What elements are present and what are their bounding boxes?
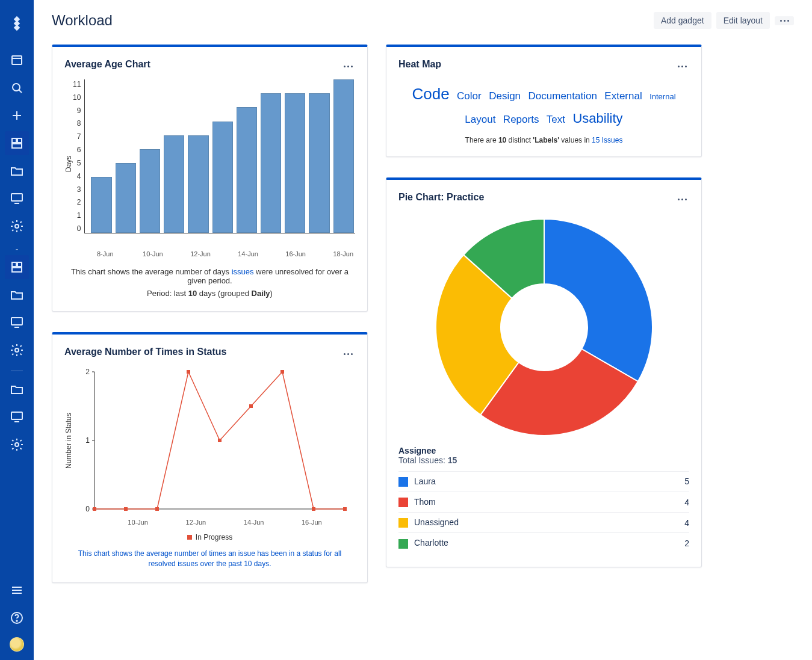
chart-caption: This chart shows the average number of d… (64, 267, 355, 285)
svg-rect-18 (11, 318, 22, 325)
folder-icon[interactable] (5, 159, 29, 183)
gadget-title: Average Number of Times in Status (64, 347, 226, 357)
heatmap-tag[interactable]: Color (457, 90, 482, 102)
bar (91, 177, 111, 233)
dashboard-icon[interactable] (5, 131, 29, 155)
add-gadget-button[interactable]: Add gadget (654, 12, 711, 29)
page-more-button[interactable] (775, 16, 794, 25)
bar (140, 149, 160, 233)
sidebar-separator (11, 371, 23, 371)
bar (188, 135, 208, 233)
assignee-count: 4 (668, 492, 689, 512)
y-axis-label: Number in Status (64, 366, 73, 516)
menu-icon[interactable] (5, 578, 29, 602)
edit-layout-button[interactable]: Edit layout (716, 12, 770, 29)
folder-icon-2[interactable] (5, 283, 29, 307)
settings-icon-2[interactable] (5, 338, 29, 362)
assignee-table: Laura5Thom4Unassigned4Charlotte2 (398, 471, 689, 554)
monitor-icon-2[interactable] (5, 310, 29, 335)
gadget-menu-button[interactable] (675, 190, 689, 205)
legend-label: In Progress (196, 533, 232, 541)
collapse-indicator: - (16, 244, 19, 250)
global-sidebar: - (0, 0, 34, 660)
svg-rect-11 (12, 144, 22, 148)
svg-text:2: 2 (85, 368, 90, 376)
legend-swatch (187, 535, 192, 540)
dashboard-icon-2[interactable] (5, 255, 29, 279)
page-header: Workload Add gadget Edit layout (52, 12, 794, 29)
svg-text:0: 0 (85, 505, 90, 513)
svg-rect-9 (12, 138, 16, 143)
assignee-row[interactable]: Unassigned4 (398, 513, 689, 533)
heatmap-tag[interactable]: Internal (649, 92, 675, 101)
gadget-title: Heat Map (398, 59, 441, 70)
chart-legend: In Progress (64, 533, 355, 541)
heatmap-tag[interactable]: Reports (503, 114, 539, 125)
svg-rect-41 (218, 439, 222, 442)
heatmap-tag[interactable]: Design (489, 90, 521, 102)
heatmap-tag[interactable]: External (604, 90, 642, 102)
bar (285, 93, 305, 233)
svg-rect-3 (12, 56, 22, 64)
gadget-average-age: Average Age Chart Days 11109876543210 8-… (52, 45, 368, 312)
heatmap-tag[interactable]: Text (547, 114, 565, 125)
more-icon (678, 199, 687, 200)
assignee-row[interactable]: Thom4 (398, 492, 689, 512)
more-icon (780, 20, 789, 22)
x-axis-ticks: 10-Jun12-Jun14-Jun16-Jun (95, 519, 355, 527)
svg-rect-43 (280, 370, 284, 374)
issues-link[interactable]: issues (232, 267, 254, 276)
settings-icon[interactable] (5, 214, 29, 238)
bar (164, 135, 184, 233)
pie-meta-total: Total Issues: 15 (398, 455, 689, 465)
svg-rect-16 (17, 262, 22, 267)
svg-text:1: 1 (85, 436, 90, 445)
donut-chart (433, 216, 655, 439)
add-icon[interactable] (5, 103, 29, 128)
gadget-status-times: Average Number of Times in Status Number… (52, 332, 368, 583)
settings-icon-3[interactable] (5, 433, 29, 457)
heatmap-tag[interactable]: Documentation (528, 90, 597, 102)
header-actions: Add gadget Edit layout (654, 12, 794, 29)
more-icon (344, 353, 353, 355)
bar (116, 163, 136, 233)
pie-meta: Assignee Total Issues: 15 (398, 446, 689, 465)
bar (333, 79, 354, 233)
svg-rect-39 (155, 507, 159, 511)
gadget-menu-button[interactable] (341, 344, 355, 360)
assignee-count: 5 (668, 471, 689, 492)
y-axis-label: Days (64, 79, 73, 248)
svg-rect-38 (124, 507, 128, 511)
y-axis-ticks: 11109876543210 (73, 81, 81, 232)
search-icon[interactable] (5, 76, 29, 100)
svg-rect-10 (17, 138, 22, 143)
gadget-menu-button[interactable] (675, 57, 689, 72)
heatmap-tag[interactable]: Usability (572, 111, 622, 126)
heatmap-tag[interactable]: Code (412, 85, 449, 103)
gadget-title: Pie Chart: Practice (398, 192, 484, 203)
assignee-count: 2 (668, 533, 689, 554)
svg-rect-37 (93, 507, 96, 511)
assignee-row[interactable]: Laura5 (398, 471, 689, 492)
help-icon[interactable] (5, 606, 29, 630)
svg-rect-12 (11, 194, 22, 201)
folder-icon-3[interactable] (5, 377, 29, 401)
user-avatar[interactable] (10, 637, 24, 652)
gadget-heatmap: Heat Map Code Color Design Documentation… (386, 45, 702, 157)
monitor-icon-3[interactable] (5, 405, 29, 429)
jira-logo[interactable] (5, 11, 29, 35)
monitor-icon[interactable] (5, 187, 29, 211)
svg-line-6 (19, 90, 22, 93)
bar-chart-area (84, 79, 355, 233)
gadget-menu-button[interactable] (341, 57, 355, 72)
legend-swatch (398, 498, 408, 507)
heatmap-tag[interactable]: Layout (465, 114, 495, 125)
assignee-row[interactable]: Charlotte2 (398, 533, 689, 554)
bar (237, 107, 257, 233)
assignee-name: Laura (414, 476, 436, 486)
issues-link[interactable]: 15 Issues (592, 136, 622, 144)
board-icon[interactable] (5, 48, 29, 72)
svg-point-5 (13, 84, 20, 91)
svg-rect-40 (187, 370, 190, 374)
svg-point-28 (16, 620, 17, 621)
